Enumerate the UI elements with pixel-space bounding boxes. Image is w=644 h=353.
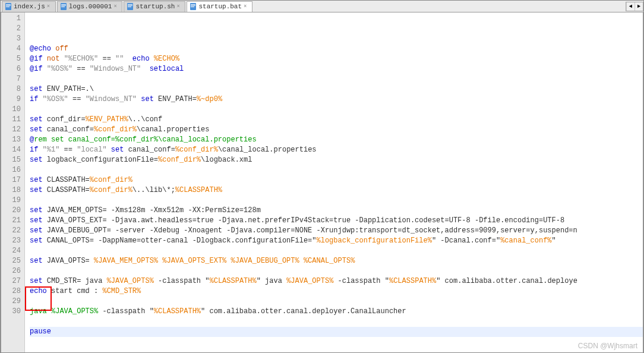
code-area[interactable]: @echo off@if not "%ECHO%" == "" echo %EC… (25, 12, 643, 352)
tab-index-js[interactable]: index.js× (2, 1, 56, 12)
code-line (30, 105, 643, 115)
line-number: 1 (2, 14, 21, 24)
line-number: 7 (2, 74, 21, 84)
line-number: 26 (2, 266, 21, 276)
code-line: set ENV_PATH=.\ (30, 84, 643, 94)
svg-rect-7 (61, 7, 65, 7)
line-number: 18 (2, 185, 21, 196)
file-icon (127, 3, 134, 10)
line-number: 22 (2, 226, 21, 236)
line-number: 3 (2, 34, 21, 44)
line-number: 13 (2, 135, 21, 145)
close-icon[interactable]: × (47, 4, 53, 10)
code-line: set CLASSPATH=%conf_dir%\..\lib\*;%CLASS… (30, 185, 643, 196)
line-gutter: 1234567891011121314151617181920212223242… (1, 12, 25, 352)
code-line: set conf_dir=%ENV_PATH%\..\conf (30, 115, 643, 125)
code-line: pause (30, 327, 643, 337)
tab-bar: index.js×logs.000001×startup.sh×startup.… (1, 1, 643, 12)
code-line (30, 196, 643, 206)
tab-nav-right[interactable]: ► (634, 2, 643, 11)
line-number: 29 (2, 297, 21, 307)
file-icon (60, 3, 67, 10)
svg-rect-9 (128, 4, 132, 5)
code-line: set JAVA_OPTS_EXT= -Djava.awt.headless=t… (30, 216, 643, 226)
line-number: 19 (2, 196, 21, 206)
svg-rect-14 (191, 5, 195, 6)
code-line: set logback_configurationFile=%conf_dir%… (30, 155, 643, 165)
line-number: 11 (2, 115, 21, 125)
line-number: 27 (2, 276, 21, 286)
watermark: CSDN @Wjhsmart (578, 342, 637, 350)
tab-logs-000001[interactable]: logs.000001× (57, 1, 123, 12)
line-number: 16 (2, 165, 21, 175)
svg-rect-10 (128, 5, 132, 6)
line-number: 23 (2, 236, 21, 246)
svg-rect-13 (191, 4, 195, 5)
code-line: @if not "%ECHO%" == "" echo %ECHO% (30, 54, 643, 64)
line-number: 20 (2, 206, 21, 216)
code-line (30, 165, 643, 175)
code-line: set JAVA_MEM_OPTS= -Xms128m -Xmx512m -XX… (30, 206, 643, 216)
file-icon (190, 3, 197, 10)
code-line: if "%1" == "local" set canal_conf=%conf_… (30, 145, 643, 155)
line-number: 14 (2, 145, 21, 155)
tab-nav-arrows: ◄ ► (626, 2, 643, 11)
code-line (30, 266, 643, 276)
svg-rect-1 (6, 4, 11, 5)
code-line: @rem set canal_conf=%conf_dir%\canal_loc… (30, 135, 643, 145)
code-line (30, 337, 643, 347)
line-number: 21 (2, 216, 21, 226)
close-icon[interactable]: × (113, 4, 119, 10)
code-line: set JAVA_OPTS= %JAVA_MEM_OPTS% %JAVA_OPT… (30, 256, 643, 266)
close-icon[interactable]: × (244, 4, 250, 10)
line-number: 5 (2, 54, 21, 64)
line-number: 6 (2, 64, 21, 74)
svg-rect-11 (128, 7, 131, 7)
close-icon[interactable]: × (176, 4, 182, 10)
tab-label: startup.sh (135, 3, 175, 10)
editor: 1234567891011121314151617181920212223242… (1, 12, 643, 352)
line-number: 2 (2, 24, 21, 34)
code-line: @if "%OS%" == "Windows_NT" setlocal (30, 64, 643, 74)
line-number: 15 (2, 155, 21, 165)
code-line: @echo off (30, 44, 643, 54)
svg-rect-15 (191, 7, 194, 7)
tab-startup-sh[interactable]: startup.sh× (124, 1, 185, 12)
line-number: 10 (2, 105, 21, 115)
tab-label: startup.bat (198, 3, 242, 10)
tab-startup-bat[interactable]: startup.bat× (187, 1, 252, 12)
line-number: 4 (2, 44, 21, 54)
code-line: java %JAVA_OPTS% -classpath "%CLASSPATH%… (30, 307, 643, 317)
code-line: set JAVA_DEBUG_OPT= -server -Xdebug -Xno… (30, 226, 643, 236)
code-line: set CLASSPATH=%conf_dir% (30, 175, 643, 185)
code-line: echo start cmd : %CMD_STR% (30, 286, 643, 297)
code-line (30, 246, 643, 256)
tab-nav-left[interactable]: ◄ (626, 2, 634, 11)
code-line (30, 297, 643, 307)
line-number: 8 (2, 84, 21, 94)
line-number: 25 (2, 256, 21, 266)
code-line: set canal_conf=%conf_dir%\canal.properti… (30, 125, 643, 135)
file-icon (5, 3, 12, 10)
code-line: if "%OS%" == "Windows_NT" set ENV_PATH=%… (30, 94, 643, 105)
svg-rect-3 (6, 7, 10, 7)
svg-rect-5 (61, 4, 66, 5)
svg-rect-2 (6, 5, 11, 6)
svg-rect-6 (61, 5, 66, 6)
code-line (30, 317, 643, 327)
line-number: 12 (2, 125, 21, 135)
tab-label: index.js (14, 3, 45, 10)
code-line: set CANAL_OPTS= -DappName=otter-canal -D… (30, 236, 643, 246)
code-line (30, 74, 643, 84)
tab-label: logs.000001 (69, 3, 112, 10)
line-number: 17 (2, 175, 21, 185)
line-number: 9 (2, 94, 21, 105)
line-number: 28 (2, 286, 21, 297)
code-line: set CMD_STR= java %JAVA_OPTS% -classpath… (30, 276, 643, 286)
line-number: 30 (2, 307, 21, 317)
line-number: 24 (2, 246, 21, 256)
